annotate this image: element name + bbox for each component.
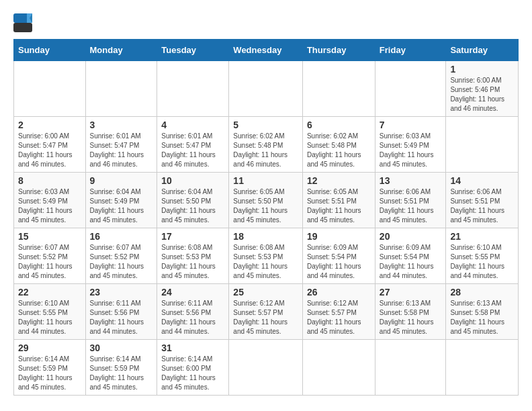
day-detail: Sunrise: 6:12 AMSunset: 5:57 PMDaylight:…	[233, 299, 298, 336]
calendar-cell: 1Sunrise: 6:00 AMSunset: 5:46 PMDaylight…	[446, 61, 519, 117]
calendar-cell: 9Sunrise: 6:04 AMSunset: 5:49 PMDaylight…	[85, 173, 157, 228]
calendar-cell	[375, 340, 446, 396]
calendar-cell: 16Sunrise: 6:07 AMSunset: 5:52 PMDayligh…	[85, 228, 157, 284]
day-detail: Sunrise: 6:03 AMSunset: 5:49 PMDaylight:…	[18, 187, 81, 225]
day-detail: Sunrise: 6:14 AMSunset: 6:00 PMDaylight:…	[161, 355, 224, 392]
calendar-cell: 18Sunrise: 6:08 AMSunset: 5:53 PMDayligh…	[229, 228, 303, 284]
day-detail: Sunrise: 6:10 AMSunset: 5:55 PMDaylight:…	[450, 243, 514, 281]
day-number: 1	[450, 64, 514, 75]
calendar-cell: 13Sunrise: 6:06 AMSunset: 5:51 PMDayligh…	[375, 173, 446, 228]
calendar-cell: 11Sunrise: 6:05 AMSunset: 5:50 PMDayligh…	[229, 173, 303, 228]
day-number: 17	[161, 231, 224, 242]
calendar-cell: 15Sunrise: 6:07 AMSunset: 5:52 PMDayligh…	[14, 228, 86, 284]
calendar-cell	[14, 61, 86, 117]
week-row-2: 8Sunrise: 6:03 AMSunset: 5:49 PMDaylight…	[14, 173, 519, 228]
day-number: 19	[307, 231, 371, 242]
svg-rect-1	[13, 23, 32, 32]
col-header-thursday: Thursday	[302, 40, 375, 61]
day-detail: Sunrise: 6:02 AMSunset: 5:48 PMDaylight:…	[307, 132, 371, 169]
calendar-cell	[302, 340, 375, 396]
day-detail: Sunrise: 6:04 AMSunset: 5:49 PMDaylight:…	[90, 187, 153, 225]
day-number: 15	[18, 231, 81, 242]
day-detail: Sunrise: 6:06 AMSunset: 5:51 PMDaylight:…	[380, 187, 442, 225]
day-detail: Sunrise: 6:11 AMSunset: 5:56 PMDaylight:…	[161, 299, 224, 336]
day-detail: Sunrise: 6:09 AMSunset: 5:54 PMDaylight:…	[380, 243, 442, 281]
day-number: 23	[90, 287, 153, 298]
day-number: 10	[161, 175, 224, 186]
day-detail: Sunrise: 6:13 AMSunset: 5:58 PMDaylight:…	[380, 299, 442, 336]
day-number: 3	[90, 120, 153, 130]
header-row: SundayMondayTuesdayWednesdayThursdayFrid…	[14, 40, 519, 61]
day-detail: Sunrise: 6:14 AMSunset: 5:59 PMDaylight:…	[90, 355, 153, 392]
page-header	[13, 13, 519, 32]
col-header-wednesday: Wednesday	[229, 40, 303, 61]
calendar-cell: 14Sunrise: 6:06 AMSunset: 5:51 PMDayligh…	[446, 173, 519, 228]
day-number: 7	[380, 120, 442, 130]
calendar-cell: 12Sunrise: 6:05 AMSunset: 5:51 PMDayligh…	[302, 173, 375, 228]
day-detail: Sunrise: 6:01 AMSunset: 5:47 PMDaylight:…	[90, 132, 153, 169]
day-number: 30	[90, 342, 153, 353]
calendar-cell: 27Sunrise: 6:13 AMSunset: 5:58 PMDayligh…	[375, 284, 446, 340]
calendar-cell	[85, 61, 157, 117]
col-header-sunday: Sunday	[14, 40, 86, 61]
day-number: 18	[233, 231, 298, 242]
day-detail: Sunrise: 6:05 AMSunset: 5:51 PMDaylight:…	[307, 187, 371, 225]
calendar-cell: 8Sunrise: 6:03 AMSunset: 5:49 PMDaylight…	[14, 173, 86, 228]
day-detail: Sunrise: 6:10 AMSunset: 5:55 PMDaylight:…	[18, 299, 81, 336]
calendar-cell	[229, 61, 303, 117]
day-number: 16	[90, 231, 153, 242]
logo-icon	[13, 13, 32, 32]
calendar-cell: 5Sunrise: 6:02 AMSunset: 5:48 PMDaylight…	[229, 117, 303, 173]
day-detail: Sunrise: 6:08 AMSunset: 5:53 PMDaylight:…	[233, 243, 298, 281]
calendar-cell: 21Sunrise: 6:10 AMSunset: 5:55 PMDayligh…	[446, 228, 519, 284]
col-header-friday: Friday	[375, 40, 446, 61]
day-number: 14	[450, 175, 514, 186]
calendar-cell: 4Sunrise: 6:01 AMSunset: 5:47 PMDaylight…	[157, 117, 229, 173]
week-row-4: 22Sunrise: 6:10 AMSunset: 5:55 PMDayligh…	[14, 284, 519, 340]
day-number: 13	[380, 175, 442, 186]
col-header-saturday: Saturday	[446, 40, 519, 61]
day-detail: Sunrise: 6:05 AMSunset: 5:50 PMDaylight:…	[233, 187, 298, 225]
day-number: 31	[161, 342, 224, 353]
day-number: 22	[18, 287, 81, 298]
day-number: 29	[18, 342, 81, 353]
day-number: 25	[233, 287, 298, 298]
calendar-cell: 29Sunrise: 6:14 AMSunset: 5:59 PMDayligh…	[14, 340, 86, 396]
day-number: 9	[90, 175, 153, 186]
day-detail: Sunrise: 6:02 AMSunset: 5:48 PMDaylight:…	[233, 132, 298, 169]
day-detail: Sunrise: 6:00 AMSunset: 5:46 PMDaylight:…	[450, 76, 514, 113]
calendar-cell: 20Sunrise: 6:09 AMSunset: 5:54 PMDayligh…	[375, 228, 446, 284]
calendar-cell: 2Sunrise: 6:00 AMSunset: 5:47 PMDaylight…	[14, 117, 86, 173]
day-number: 2	[18, 120, 81, 130]
calendar-cell: 6Sunrise: 6:02 AMSunset: 5:48 PMDaylight…	[302, 117, 375, 173]
day-detail: Sunrise: 6:03 AMSunset: 5:49 PMDaylight:…	[380, 132, 442, 169]
calendar-cell	[446, 340, 519, 396]
day-detail: Sunrise: 6:00 AMSunset: 5:47 PMDaylight:…	[18, 132, 81, 169]
day-detail: Sunrise: 6:13 AMSunset: 5:58 PMDaylight:…	[450, 299, 514, 336]
week-row-3: 15Sunrise: 6:07 AMSunset: 5:52 PMDayligh…	[14, 228, 519, 284]
col-header-monday: Monday	[85, 40, 157, 61]
day-detail: Sunrise: 6:01 AMSunset: 5:47 PMDaylight:…	[161, 132, 224, 169]
day-detail: Sunrise: 6:04 AMSunset: 5:50 PMDaylight:…	[161, 187, 224, 225]
col-header-tuesday: Tuesday	[157, 40, 229, 61]
day-number: 26	[307, 287, 371, 298]
calendar-cell: 25Sunrise: 6:12 AMSunset: 5:57 PMDayligh…	[229, 284, 303, 340]
day-number: 21	[450, 231, 514, 242]
calendar-cell: 30Sunrise: 6:14 AMSunset: 5:59 PMDayligh…	[85, 340, 157, 396]
day-detail: Sunrise: 6:12 AMSunset: 5:57 PMDaylight:…	[307, 299, 371, 336]
calendar-cell	[375, 61, 446, 117]
day-detail: Sunrise: 6:07 AMSunset: 5:52 PMDaylight:…	[18, 243, 81, 281]
calendar-cell: 23Sunrise: 6:11 AMSunset: 5:56 PMDayligh…	[85, 284, 157, 340]
week-row-5: 29Sunrise: 6:14 AMSunset: 5:59 PMDayligh…	[14, 340, 519, 396]
day-detail: Sunrise: 6:06 AMSunset: 5:51 PMDaylight:…	[450, 187, 514, 225]
calendar-cell: 24Sunrise: 6:11 AMSunset: 5:56 PMDayligh…	[157, 284, 229, 340]
day-number: 4	[161, 120, 224, 130]
day-number: 27	[380, 287, 442, 298]
day-detail: Sunrise: 6:09 AMSunset: 5:54 PMDaylight:…	[307, 243, 371, 281]
calendar-cell: 31Sunrise: 6:14 AMSunset: 6:00 PMDayligh…	[157, 340, 229, 396]
day-number: 28	[450, 287, 514, 298]
day-detail: Sunrise: 6:08 AMSunset: 5:53 PMDaylight:…	[161, 243, 224, 281]
day-detail: Sunrise: 6:11 AMSunset: 5:56 PMDaylight:…	[90, 299, 153, 336]
calendar-table: SundayMondayTuesdayWednesdayThursdayFrid…	[13, 39, 519, 396]
calendar-cell: 26Sunrise: 6:12 AMSunset: 5:57 PMDayligh…	[302, 284, 375, 340]
